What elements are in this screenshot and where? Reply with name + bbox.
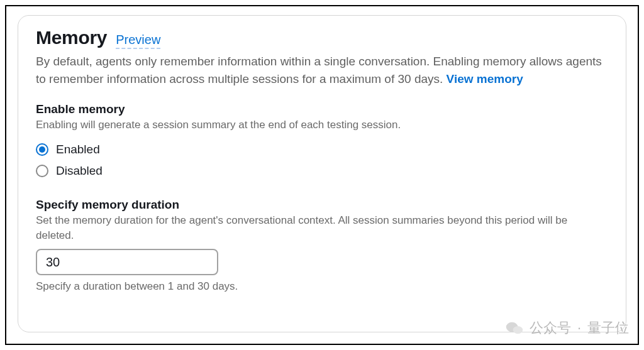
radio-checked-icon <box>36 143 48 156</box>
memory-duration-section: Specify memory duration Set the memory d… <box>36 198 608 293</box>
card-description: By default, agents only remember informa… <box>36 53 608 87</box>
card-header: Memory Preview <box>36 27 608 49</box>
radio-label-disabled: Disabled <box>56 164 103 178</box>
enable-memory-sublabel: Enabling will generate a session summary… <box>36 118 608 133</box>
settings-panel-frame: Memory Preview By default, agents only r… <box>5 5 639 345</box>
card-title: Memory <box>36 27 107 48</box>
radio-label-enabled: Enabled <box>56 143 100 156</box>
radio-option-disabled[interactable]: Disabled <box>36 160 608 182</box>
memory-settings-card: Memory Preview By default, agents only r… <box>18 15 626 332</box>
view-memory-link[interactable]: View memory <box>447 72 523 85</box>
radio-option-enabled[interactable]: Enabled <box>36 139 608 160</box>
enable-memory-radio-group: Enabled Disabled <box>36 139 608 182</box>
preview-badge-link[interactable]: Preview <box>116 33 160 49</box>
memory-duration-sublabel: Set the memory duration for the agent's … <box>36 213 608 243</box>
memory-duration-hint: Specify a duration between 1 and 30 days… <box>36 280 608 293</box>
memory-duration-input[interactable] <box>36 249 218 275</box>
enable-memory-label: Enable memory <box>36 102 608 116</box>
enable-memory-section: Enable memory Enabling will generate a s… <box>36 102 608 182</box>
memory-duration-label: Specify memory duration <box>36 198 608 212</box>
radio-unchecked-icon <box>36 165 48 177</box>
